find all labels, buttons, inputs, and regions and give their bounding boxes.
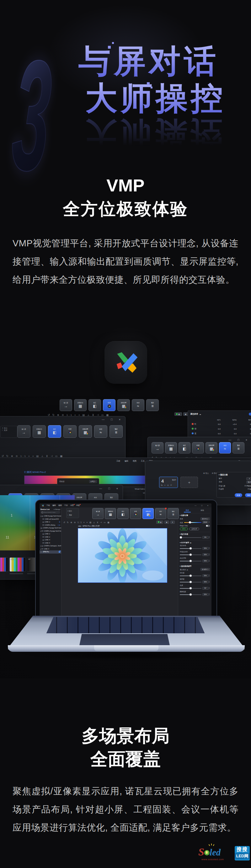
toolbar-button-monitoring[interactable]: 监控≈ bbox=[219, 442, 231, 454]
menu-item-tools[interactable]: 工具 bbox=[64, 504, 68, 506]
device-tree-item[interactable]: CX80 -2⚙ bbox=[39, 521, 61, 524]
spinner-icon[interactable]: ▲▼ bbox=[209, 536, 210, 538]
preset-card-selected[interactable]: 4 预设4 ⇆ × ◎ F bbox=[159, 477, 178, 488]
manage-button[interactable]: ✛ Manage bbox=[54, 509, 60, 510]
display-toggle-box[interactable]: ☀ 显示 ☾ 黑屏 bbox=[66, 508, 79, 518]
menu-item[interactable]: 编辑 bbox=[125, 460, 128, 463]
device-search-input[interactable]: Search device name... bbox=[40, 511, 60, 514]
checkbox-topology[interactable]: ☑ 屏幕拓扑 bbox=[244, 484, 251, 487]
toolbar-button-presets[interactable]: 预设≡ bbox=[232, 442, 244, 454]
toolbar-button-processing[interactable]: 处理 bbox=[103, 399, 116, 411]
contrast-slider[interactable] bbox=[180, 576, 201, 576]
thermal-slider[interactable] bbox=[180, 537, 201, 538]
preset-name-field[interactable]: 预设4 bbox=[246, 481, 251, 484]
display-mode-dropdown[interactable]: 标准模式 bbox=[200, 568, 210, 571]
menu-item[interactable]: 视图 bbox=[133, 460, 136, 463]
ambient-light-slider[interactable] bbox=[180, 555, 201, 555]
device-tree-item[interactable]: CX80 -4 bbox=[39, 538, 61, 541]
toolbar-button-calibration[interactable]: 校正◧ bbox=[179, 442, 190, 454]
table-row[interactable]: 蓝 0.00.00.0 bbox=[190, 431, 251, 436]
view-toggle-strip[interactable]: ▦▣⚙ bbox=[156, 521, 176, 524]
toolbar-button-monitoring[interactable]: 监控≈ bbox=[132, 399, 144, 411]
toolbar-button-presets[interactable]: 预设≡ bbox=[109, 425, 123, 438]
toolbar-button-presets[interactable]: 预设≡ bbox=[146, 399, 159, 411]
fine-gray-pill[interactable]: 精细灰度 bbox=[189, 528, 199, 530]
bit-depth-pill[interactable]: 22bit+ bbox=[180, 528, 188, 530]
source-dropdown[interactable]: 内置源 bbox=[89, 480, 97, 483]
toolbar-button-topology[interactable]: 屏幕拓扑▦ bbox=[74, 399, 87, 411]
toolbar-button-monitoring[interactable]: 监控≈ bbox=[155, 508, 166, 519]
gamut-dropdown[interactable]: 原始色域 bbox=[200, 518, 210, 520]
toolbar-button-input-source[interactable]: 输入源→ bbox=[17, 425, 30, 438]
window-controls[interactable]: — □ × bbox=[99, 487, 120, 490]
low-gray-slider[interactable] bbox=[180, 548, 201, 549]
menu-item-view[interactable]: 视图 bbox=[58, 504, 62, 506]
window-controls[interactable]: — □ × bbox=[228, 438, 249, 441]
display-toggle-box[interactable]: ☀ 显示 ☾ 黑屏 bbox=[0, 426, 17, 438]
toolbar-button-screen-settings[interactable]: 屏幕设置▦ bbox=[79, 425, 92, 438]
toolbar-button-input-source[interactable]: 输入源→ bbox=[152, 442, 163, 454]
test-pattern-thumbnail[interactable] bbox=[0, 557, 8, 572]
save-button[interactable]: 保存 bbox=[245, 493, 251, 497]
menu-item[interactable]: 工具 bbox=[141, 460, 145, 463]
table-row[interactable]: 绿 0.00.00.0 bbox=[190, 427, 251, 431]
menu-item-project[interactable]: 工程 bbox=[46, 504, 50, 506]
toolbar-button-processing[interactable]: 处理 bbox=[63, 425, 76, 438]
toolbar-button-monitoring[interactable]: 监控≈ bbox=[94, 425, 107, 438]
toolbar-button-topology[interactable]: 屏幕拓扑▦ bbox=[33, 425, 46, 438]
device-tree-item[interactable]: CX80 Left ScreenXXX bbox=[39, 518, 61, 521]
toolbar-button-processing[interactable]: 处理 bbox=[130, 508, 141, 519]
menu-item-help[interactable]: 帮助 bbox=[76, 504, 80, 506]
menu-item[interactable]: 工程 bbox=[116, 460, 120, 463]
tab-image-quality[interactable]: 画质 bbox=[180, 509, 195, 512]
menu-item-edit[interactable]: 编辑 bbox=[53, 504, 56, 506]
tab-network[interactable]: 网络 bbox=[195, 509, 210, 512]
device-tree-item[interactable]: CX40Pro Kiyuage North Screen bbox=[39, 527, 61, 530]
toolbar-button-topology[interactable]: 屏幕拓扑▦ bbox=[105, 508, 116, 519]
checkbox-output[interactable]: ☑ 输出 bbox=[248, 487, 251, 491]
highlight-slider[interactable] bbox=[180, 561, 201, 561]
device-tree-item[interactable]: CX40Pro Meting× ❄ bbox=[39, 524, 61, 527]
screen-canvas[interactable] bbox=[78, 528, 167, 583]
window-controls[interactable]: — □ × bbox=[102, 418, 122, 421]
zoom-icon-strip[interactable]: ↺ ↻ ⊕ ⊖ 1:1 × × ▤ ⊥ ⊻ ⊣ ▭ ▦ bbox=[63, 521, 110, 524]
toolbar-button-screen-settings[interactable]: 屏幕设置▦ bbox=[117, 399, 130, 411]
toolbar-button-processing[interactable]: 处理 bbox=[192, 442, 204, 454]
toolbar-button-calibration[interactable]: 校正◧ bbox=[117, 508, 129, 519]
device-tree-item-selected[interactable]: SP60 Pro bbox=[39, 551, 61, 554]
screen-title[interactable]: 仁测试 MX40 Pro-2 bbox=[24, 470, 46, 474]
toolbar-button-screen-settings[interactable]: 屏幕设置▦ bbox=[206, 442, 217, 454]
toolbar-button-presets[interactable]: 预设≡ bbox=[167, 508, 179, 519]
toolbar-button-calibration[interactable]: 校正◧ bbox=[89, 399, 101, 411]
zoom-icon-strip[interactable]: ↺ ↻ ⊕ ⊖ 1:1 × × ▤ ⊥ ⊻ ⊣ ▭ ▦ bbox=[2, 455, 63, 458]
window-controls[interactable]: — □ × bbox=[194, 505, 210, 506]
hue-slider[interactable] bbox=[180, 588, 201, 589]
toolbar-button-calibration[interactable]: 校正◧ bbox=[48, 425, 61, 438]
test-pattern-thumbnail-cm3[interactable]: CM 3 bbox=[9, 557, 26, 572]
device-tree-item[interactable]: CX80 -2 bbox=[39, 536, 61, 539]
toolbar-button-input-source[interactable]: 输入源→ bbox=[92, 508, 103, 519]
preset-number-field[interactable]: 4 bbox=[246, 477, 251, 480]
toolbar-button-input-source[interactable]: 输入源→ bbox=[60, 399, 72, 411]
checkbox-input-source[interactable]: ☑ 输入源 bbox=[219, 484, 225, 487]
toolbar-button-screen-settings[interactable]: 屏幕设置▦ bbox=[143, 508, 154, 519]
saturation-slider[interactable] bbox=[180, 582, 201, 583]
device-tree-group[interactable]: ▸CX40Pro Cantoguiyi...North bbox=[39, 545, 61, 548]
magic-gray-toggle[interactable] bbox=[206, 525, 210, 527]
toolbar-button-topology[interactable]: 屏幕拓扑▦ bbox=[165, 442, 177, 454]
device-tree-group[interactable]: ▾CX80 Kiyuage North Screen bbox=[39, 515, 61, 518]
calibration-toggle[interactable] bbox=[249, 413, 251, 415]
device-tree-item[interactable]: CX80 -5 bbox=[39, 541, 61, 545]
import-button[interactable]: ⊞ 导入 bbox=[203, 472, 209, 474]
table-row[interactable]: 红 0.0+3.40.0 bbox=[190, 422, 251, 427]
device-tree-group[interactable]: ▸CX80 -4 bbox=[39, 548, 61, 551]
checkbox-processing[interactable]: ☑ 处理 bbox=[219, 487, 224, 491]
spinner-icon[interactable]: ▲▼ bbox=[209, 521, 210, 523]
sharpness-slider[interactable] bbox=[180, 594, 201, 595]
add-preset-card[interactable]: + bbox=[180, 477, 198, 488]
device-tree-item[interactable]: CX80 -2 bbox=[39, 532, 61, 536]
color-temperature-slider[interactable] bbox=[184, 522, 201, 523]
menu-item-settings[interactable]: 设置 bbox=[70, 504, 74, 506]
device-tree-group[interactable]: ▾CX40Pro Kiyuage North Screen bbox=[39, 530, 61, 533]
apply-button[interactable]: 应用 bbox=[235, 493, 242, 497]
